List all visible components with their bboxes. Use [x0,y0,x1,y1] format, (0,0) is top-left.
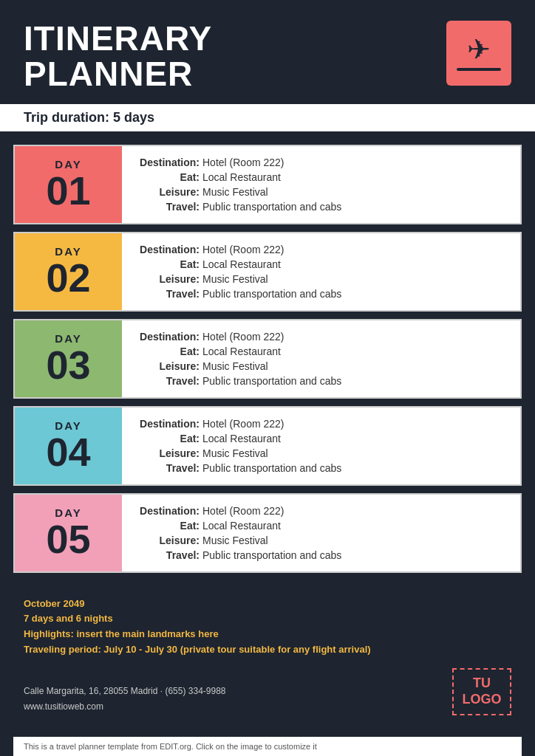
footer-address: Calle Margarita, 16, 28055 Madrid · (655… [24,684,226,700]
destination-value-5: Hotel (Room 222) [202,505,284,517]
eat-value-3: Local Restaurant [202,346,281,357]
day-details-3: Destination: Hotel (Room 222) Eat: Local… [122,320,520,397]
detail-travel-3: Travel: Public transportation and cabs [137,375,505,387]
day-row-1: DAY 01 Destination: Hotel (Room 222) Eat… [13,145,522,224]
day-number-3: 03 [46,345,90,385]
days-section: DAY 01 Destination: Hotel (Room 222) Eat… [0,131,535,573]
footer-info: October 2049 7 days and 6 nights Highlig… [13,586,522,658]
header: ITINERARY PLANNER ✈ [0,0,535,104]
travel-label-2: Travel: [137,288,200,300]
day-row-2: DAY 02 Destination: Hotel (Room 222) Eat… [13,232,522,312]
detail-eat-4: Eat: Local Restaurant [137,433,505,444]
detail-travel-1: Travel: Public transportation and cabs [137,201,505,213]
destination-label-3: Destination: [137,331,200,343]
footer-highlights: October 2049 7 days and 6 nights Highlig… [24,597,511,658]
destination-value-1: Hotel (Room 222) [202,157,284,168]
leisure-label-2: Leisure: [137,273,200,285]
day-number-4: 04 [46,432,90,472]
day-details-5: Destination: Hotel (Room 222) Eat: Local… [122,495,520,571]
detail-destination-5: Destination: Hotel (Room 222) [137,505,505,517]
leisure-value-1: Music Festival [202,186,268,198]
leisure-value-5: Music Festival [202,535,268,546]
footer: October 2049 7 days and 6 nights Highlig… [0,573,535,756]
travel-label-5: Travel: [137,549,200,561]
eat-label-1: Eat: [137,171,200,183]
destination-value-3: Hotel (Room 222) [202,331,284,343]
detail-destination-1: Destination: Hotel (Room 222) [137,157,505,168]
footer-contact: Calle Margarita, 16, 28055 Madrid · (655… [24,684,226,715]
day-details-4: Destination: Hotel (Room 222) Eat: Local… [122,408,520,484]
leisure-label-1: Leisure: [137,186,200,198]
trip-duration-bar: Trip duration: 5 days [0,104,535,131]
travel-label-3: Travel: [137,375,200,387]
eat-label-2: Eat: [137,258,200,270]
detail-eat-1: Eat: Local Restaurant [137,171,505,183]
travel-value-1: Public transportation and cabs [202,201,341,213]
footer-line4: Traveling period: July 10 - July 30 (pri… [24,642,511,658]
day-label-3: DAY 03 [15,320,122,397]
destination-label-1: Destination: [137,157,200,168]
footer-line3: Highlights: insert the main landmarks he… [24,627,511,642]
plane-logo: ✈ [446,21,511,86]
travel-value-5: Public transportation and cabs [202,549,341,561]
detail-travel-2: Travel: Public transportation and cabs [137,288,505,300]
leisure-label-5: Leisure: [137,535,200,546]
travel-value-3: Public transportation and cabs [202,375,341,387]
trip-duration-text: Trip duration: 5 days [24,110,154,125]
detail-travel-4: Travel: Public transportation and cabs [137,462,505,474]
day-number-5: 05 [46,519,90,559]
day-label-2: DAY 02 [15,233,122,310]
destination-label-4: Destination: [137,418,200,430]
leisure-value-3: Music Festival [202,360,268,372]
footer-line2: 7 days and 6 nights [24,611,511,627]
footer-contact-row: Calle Margarita, 16, 28055 Madrid · (655… [13,668,522,723]
footer-bottom: This is a travel planner template from E… [13,737,522,756]
detail-destination-4: Destination: Hotel (Room 222) [137,418,505,430]
plane-icon: ✈ [467,35,491,63]
eat-value-5: Local Restaurant [202,520,281,532]
detail-destination-2: Destination: Hotel (Room 222) [137,244,505,255]
leisure-label-3: Leisure: [137,360,200,372]
day-label-1: DAY 01 [15,146,122,223]
detail-eat-5: Eat: Local Restaurant [137,520,505,532]
day-number-2: 02 [46,258,90,298]
detail-leisure-4: Leisure: Music Festival [137,447,505,459]
detail-leisure-3: Leisure: Music Festival [137,360,505,372]
leisure-label-4: Leisure: [137,447,200,459]
day-details-1: Destination: Hotel (Room 222) Eat: Local… [122,146,520,223]
destination-value-4: Hotel (Room 222) [202,418,284,430]
eat-label-5: Eat: [137,520,200,532]
page-wrapper: ITINERARY PLANNER ✈ Trip duration: 5 day… [0,0,535,756]
detail-leisure-5: Leisure: Music Festival [137,535,505,546]
tu-logo-text: TULOGO [463,676,502,707]
destination-value-2: Hotel (Room 222) [202,244,284,255]
detail-leisure-1: Leisure: Music Festival [137,186,505,198]
tu-logo-box: TULOGO [452,668,511,715]
detail-travel-5: Travel: Public transportation and cabs [137,549,505,561]
detail-leisure-2: Leisure: Music Festival [137,273,505,285]
plane-line [457,68,501,71]
day-number-1: 01 [46,171,90,210]
footer-website: www.tusitioweb.com [24,699,226,715]
eat-value-1: Local Restaurant [202,171,281,183]
travel-label-1: Travel: [137,201,200,213]
eat-value-4: Local Restaurant [202,433,281,444]
travel-value-4: Public transportation and cabs [202,462,341,474]
destination-label-5: Destination: [137,505,200,517]
footer-line1: October 2049 [24,597,511,612]
day-label-5: DAY 05 [15,495,122,571]
day-row-5: DAY 05 Destination: Hotel (Room 222) Eat… [13,493,522,573]
leisure-value-2: Music Festival [202,273,268,285]
eat-label-3: Eat: [137,346,200,357]
travel-value-2: Public transportation and cabs [202,288,341,300]
footer-bottom-note: This is a travel planner template from E… [24,742,317,751]
day-row-4: DAY 04 Destination: Hotel (Room 222) Eat… [13,406,522,486]
day-label-4: DAY 04 [15,408,122,484]
day-row-3: DAY 03 Destination: Hotel (Room 222) Eat… [13,319,522,399]
detail-eat-3: Eat: Local Restaurant [137,346,505,357]
eat-label-4: Eat: [137,433,200,444]
destination-label-2: Destination: [137,244,200,255]
detail-destination-3: Destination: Hotel (Room 222) [137,331,505,343]
leisure-value-4: Music Festival [202,447,268,459]
day-details-2: Destination: Hotel (Room 222) Eat: Local… [122,233,520,310]
